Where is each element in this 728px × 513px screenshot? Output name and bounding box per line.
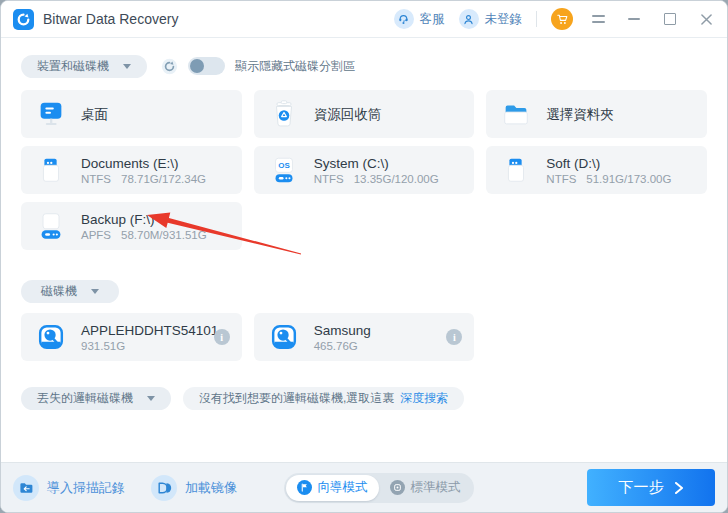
app-logo-icon: [13, 9, 34, 30]
toggle-knob: [190, 59, 204, 73]
disk-section-header: 磁碟機: [21, 280, 707, 303]
next-step-label: 下一步: [619, 478, 664, 497]
partition-name: System (C:\): [314, 155, 439, 172]
backup-drive-icon: [34, 209, 68, 243]
drive-icon: [34, 153, 68, 187]
partition-card-documents[interactable]: Documents (E:\) NTFS78.71G/172.34G: [21, 146, 242, 194]
partition-fs: APFS: [81, 228, 121, 242]
next-step-button[interactable]: 下一步: [587, 469, 715, 506]
support-label: 客服: [420, 11, 445, 28]
load-image-label: 加載镜像: [185, 479, 237, 497]
partition-name: Documents (E:\): [81, 155, 206, 172]
os-drive-icon: OS: [267, 153, 301, 187]
login-button[interactable]: 未登錄: [459, 9, 523, 29]
partition-fs: NTFS: [314, 172, 354, 186]
device-type-dropdown-label: 裝置和磁碟機: [37, 58, 109, 75]
support-button[interactable]: 客服: [394, 9, 445, 29]
disk-card-samsung[interactable]: Samsung 465.76G i: [254, 313, 475, 361]
show-hidden-partitions-label: 顯示隱藏式磁碟分割區: [235, 58, 355, 75]
lost-drive-hint-text: 沒有找到想要的邏輯磁碟機,選取這裏: [199, 390, 394, 407]
quick-access-label: 桌面: [81, 106, 108, 123]
import-folder-icon: [13, 475, 39, 501]
partition-size: 13.35G/120.00G: [354, 173, 439, 185]
import-scan-record-label: 導入掃描記錄: [47, 479, 125, 497]
disk-card-applehdd[interactable]: APPLEHDDHTS54101... 931.51G i: [21, 313, 242, 361]
app-window: Bitwar Data Recovery 客服 未登錄: [0, 0, 728, 513]
locations-grid: 桌面 資源回收筒 選擇資料夾 Documents (E:: [21, 90, 707, 250]
disk-search-icon: [34, 320, 68, 354]
titlebar-divider: [536, 11, 537, 27]
login-label: 未登錄: [485, 11, 523, 28]
deep-search-link[interactable]: 深度搜索: [400, 390, 448, 407]
quick-access-card-desktop[interactable]: 桌面: [21, 90, 242, 138]
partition-card-soft[interactable]: Soft (D:\) NTFS51.91G/173.00G: [486, 146, 707, 194]
refresh-icon[interactable]: [161, 58, 178, 75]
show-hidden-partitions-toggle[interactable]: [188, 57, 225, 75]
chevron-down-icon: [147, 396, 155, 401]
chevron-down-icon: [123, 64, 131, 69]
disk-image-icon: [151, 475, 177, 501]
headset-icon: [394, 9, 414, 29]
disk-dropdown-label: 磁碟機: [41, 283, 77, 300]
standard-mode-icon: [390, 480, 405, 495]
info-icon[interactable]: i: [446, 329, 462, 345]
maximize-button[interactable]: [659, 8, 681, 30]
disk-name: APPLEHDDHTS54101...: [81, 322, 230, 339]
load-image-button[interactable]: 加載镜像: [151, 475, 237, 501]
wizard-mode-tab[interactable]: 向導模式: [286, 475, 379, 501]
desktop-icon: [34, 97, 68, 131]
quick-access-card-select-folder[interactable]: 選擇資料夾: [486, 90, 707, 138]
partition-fs: NTFS: [81, 172, 121, 186]
drive-icon: [499, 153, 533, 187]
partition-card-system[interactable]: OS System (C:\) NTFS13.35G/120.00G: [254, 146, 475, 194]
standard-mode-label: 標準模式: [411, 479, 461, 496]
wizard-mode-label: 向導模式: [318, 479, 368, 496]
chevron-right-icon: [674, 482, 684, 494]
disk-size: 465.76G: [314, 340, 358, 352]
lost-drive-hint: 沒有找到想要的邏輯磁碟機,選取這裏 深度搜索: [183, 387, 464, 410]
lost-drive-dropdown-label: 丟失的邏輯磁碟機: [37, 390, 133, 407]
recycle-bin-icon: [267, 97, 301, 131]
user-icon: [459, 9, 479, 29]
partition-name: Soft (D:\): [546, 155, 671, 172]
titlebar: Bitwar Data Recovery 客服 未登錄: [1, 1, 727, 38]
bottombar: 導入掃描記錄 加載镜像 向導模式 標準模式 下一步: [1, 462, 727, 512]
standard-mode-tab[interactable]: 標準模式: [379, 475, 472, 501]
main-content: 裝置和磁碟機 顯示隱藏式磁碟分割區 桌面 資源回收筒: [1, 38, 727, 410]
partition-size: 51.91G/173.00G: [586, 173, 671, 185]
partition-name: Backup (F:\): [81, 211, 207, 228]
partition-card-backup[interactable]: Backup (F:\) APFS58.70M/931.51G: [21, 202, 242, 250]
close-button[interactable]: [695, 8, 717, 30]
disk-size: 931.51G: [81, 340, 125, 352]
disk-dropdown[interactable]: 磁碟機: [21, 280, 119, 303]
device-type-dropdown[interactable]: 裝置和磁碟機: [21, 55, 147, 78]
menu-icon[interactable]: [587, 8, 609, 30]
partition-fs: NTFS: [546, 172, 586, 186]
app-title: Bitwar Data Recovery: [43, 11, 178, 27]
mode-switch: 向導模式 標準模式: [284, 473, 474, 503]
disk-name: Samsung: [314, 322, 371, 339]
quick-access-label: 選擇資料夾: [546, 106, 614, 123]
partition-size: 78.71G/172.34G: [121, 173, 206, 185]
flag-icon: [297, 480, 312, 495]
disks-grid: APPLEHDDHTS54101... 931.51G i Samsung 46…: [21, 313, 707, 361]
chevron-down-icon: [91, 289, 99, 294]
lost-drive-row: 丟失的邏輯磁碟機 沒有找到想要的邏輯磁碟機,選取這裏 深度搜索: [21, 387, 707, 410]
import-scan-record-button[interactable]: 導入掃描記錄: [13, 475, 125, 501]
folder-icon: [499, 97, 533, 131]
cart-icon[interactable]: [551, 8, 573, 30]
disk-search-icon: [267, 320, 301, 354]
filter-row: 裝置和磁碟機 顯示隱藏式磁碟分割區: [21, 54, 707, 78]
minimize-button[interactable]: [623, 8, 645, 30]
quick-access-label: 資源回收筒: [314, 106, 382, 123]
quick-access-card-recycle-bin[interactable]: 資源回收筒: [254, 90, 475, 138]
info-icon[interactable]: i: [214, 329, 230, 345]
lost-drive-dropdown[interactable]: 丟失的邏輯磁碟機: [21, 387, 171, 410]
svg-text:OS: OS: [278, 161, 290, 170]
partition-size: 58.70M/931.51G: [121, 229, 207, 241]
